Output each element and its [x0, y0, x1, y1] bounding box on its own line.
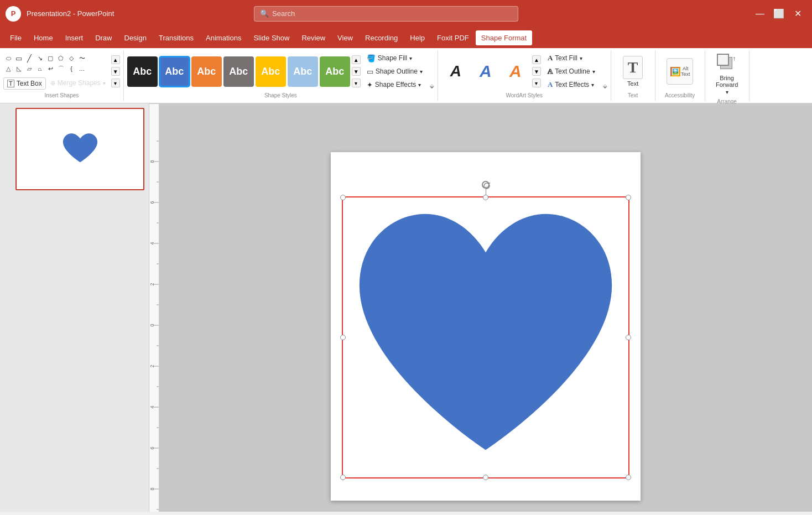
shape-arrow[interactable]: ↘: [35, 53, 45, 63]
handle-bl[interactable]: [340, 475, 346, 480]
shape-effects-icon: ✦: [367, 81, 373, 89]
search-box[interactable]: 🔍 Search: [254, 6, 518, 22]
shape-triangle[interactable]: △: [3, 64, 13, 74]
shape-rtriangle[interactable]: ◺: [14, 64, 24, 74]
menu-animations[interactable]: Animations: [200, 30, 247, 45]
shape-roundrect[interactable]: ▢: [45, 53, 55, 63]
text-fill-button[interactable]: A Text Fill ▾: [543, 52, 600, 64]
shape-bend[interactable]: ⌒: [56, 64, 66, 74]
shape-style-5[interactable]: Abc: [256, 56, 286, 87]
search-icon: 🔍: [260, 9, 269, 18]
text-box-label: Text Box: [17, 80, 42, 87]
rotate-handle[interactable]: [482, 181, 490, 189]
handle-br[interactable]: [626, 475, 631, 480]
shape-fill-dropdown[interactable]: ▾: [409, 55, 412, 61]
app-title: Presentation2 - PowerPoint: [27, 9, 248, 18]
text-effects-dropdown[interactable]: ▾: [591, 82, 594, 88]
menu-foxit[interactable]: Foxit PDF: [431, 30, 475, 45]
shape-freeform[interactable]: 〜: [77, 53, 87, 63]
shape-para[interactable]: ▱: [24, 64, 34, 74]
wordart-style-3[interactable]: A: [501, 57, 530, 86]
ruler-horizontal: [149, 103, 812, 104]
slide-thumbnail[interactable]: [15, 108, 144, 190]
handle-tr[interactable]: [626, 195, 631, 200]
style-scroll-up[interactable]: ▲: [352, 55, 361, 64]
selected-shape-container[interactable]: [342, 196, 629, 478]
shape-bracket[interactable]: {: [66, 64, 76, 74]
text-outline-dropdown[interactable]: ▾: [592, 69, 595, 75]
wordart-expand[interactable]: ▾: [532, 79, 541, 87]
app-icon: P: [6, 6, 21, 22]
shape-style-6[interactable]: Abc: [288, 56, 318, 87]
shape-style-1[interactable]: Abc: [127, 56, 158, 87]
shape-style-2[interactable]: Abc: [159, 56, 190, 87]
text-fill-dropdown[interactable]: ▾: [580, 55, 582, 61]
handle-mr[interactable]: [626, 335, 631, 340]
shape-pentagon[interactable]: ⬠: [56, 53, 66, 63]
arrange-group: ↑ BringForward ▾ Arrange: [705, 50, 749, 101]
close-button[interactable]: ✕: [789, 6, 806, 22]
menu-transitions[interactable]: Transitions: [153, 30, 199, 45]
shapes-expand[interactable]: ▾: [111, 79, 120, 87]
style-expand[interactable]: ▾: [352, 79, 361, 87]
menu-help[interactable]: Help: [404, 30, 430, 45]
handle-ml[interactable]: [340, 335, 346, 340]
shape-props: 🪣 Shape Fill ▾ ▭ Shape Outline ▾ ✦ Shape…: [362, 51, 427, 91]
text-fill-icon: A: [548, 54, 553, 63]
alt-text-button[interactable]: 🖼️ AltText: [667, 58, 693, 85]
shape-outline-button[interactable]: ▭ Shape Outline ▾: [362, 66, 427, 77]
menu-recording[interactable]: Recording: [360, 30, 403, 45]
text-outline-icon: A: [548, 67, 553, 76]
wordart-scroll-down[interactable]: ▼: [532, 67, 541, 76]
handle-tc[interactable]: [483, 195, 488, 200]
wordart-style-1[interactable]: A: [441, 57, 470, 86]
shape-outline-dropdown[interactable]: ▾: [420, 69, 423, 75]
bring-forward-button[interactable]: ↑ BringForward ▾: [711, 51, 742, 97]
menu-draw[interactable]: Draw: [90, 30, 117, 45]
shape-styles-expand[interactable]: ⬙: [430, 83, 434, 89]
shape-more[interactable]: …: [77, 64, 87, 74]
shapes-scroll-up[interactable]: ▲: [111, 55, 120, 64]
menu-home[interactable]: Home: [28, 30, 59, 45]
menu-slideshow[interactable]: Slide Show: [248, 30, 295, 45]
bring-forward-dropdown[interactable]: ▾: [726, 89, 728, 95]
shape-curvedarrow[interactable]: ↩: [45, 64, 55, 74]
handle-tl[interactable]: [340, 195, 346, 200]
merge-shapes-button: ⊕ Merge Shapes ▾: [47, 76, 109, 90]
shape-fill-button[interactable]: 🪣 Shape Fill ▾: [362, 53, 427, 64]
shape-effects-dropdown[interactable]: ▾: [418, 82, 421, 88]
wordart-scroll-up[interactable]: ▲: [532, 55, 541, 64]
shape-fill-label: Shape Fill: [378, 54, 407, 62]
maximize-button[interactable]: ⬜: [770, 6, 788, 22]
shape-line[interactable]: ╱: [24, 53, 34, 63]
shape-style-7[interactable]: Abc: [320, 56, 350, 87]
style-scroll-down[interactable]: ▼: [352, 67, 361, 76]
shape-style-4[interactable]: Abc: [223, 56, 254, 87]
text-box-button[interactable]: T Text Box: [3, 77, 46, 90]
menu-file[interactable]: File: [4, 30, 27, 45]
slide-canvas[interactable]: [159, 104, 812, 512]
wordart-expand-btn[interactable]: ⬙: [603, 83, 607, 89]
menu-shape-format[interactable]: Shape Format: [476, 30, 532, 45]
minimize-button[interactable]: —: [751, 6, 769, 22]
handle-bc[interactable]: [483, 475, 488, 480]
shape-oval[interactable]: ⬭: [3, 53, 13, 63]
text-box-icon: T: [7, 80, 14, 87]
shape-style-3[interactable]: Abc: [191, 56, 222, 87]
shape-rect[interactable]: ▭: [14, 53, 24, 63]
text-outline-button[interactable]: A Text Outline ▾: [543, 65, 600, 77]
text-button[interactable]: T Text: [623, 56, 643, 87]
text-effects-button[interactable]: A Text Effects ▾: [543, 79, 600, 91]
menu-review[interactable]: Review: [296, 30, 331, 45]
shape-trap[interactable]: ⏢: [35, 64, 45, 74]
shape-effects-button[interactable]: ✦ Shape Effects ▾: [362, 79, 427, 91]
shape-diamond[interactable]: ◇: [66, 53, 76, 63]
canvas-area: [149, 103, 812, 512]
shapes-scroll-down[interactable]: ▼: [111, 67, 120, 76]
heart-shape[interactable]: [343, 197, 628, 477]
menu-view[interactable]: View: [332, 30, 358, 45]
merge-shapes-label: Merge Shapes: [58, 79, 101, 87]
wordart-style-2[interactable]: A: [471, 57, 500, 86]
menu-insert[interactable]: Insert: [60, 30, 89, 45]
menu-design[interactable]: Design: [119, 30, 152, 45]
